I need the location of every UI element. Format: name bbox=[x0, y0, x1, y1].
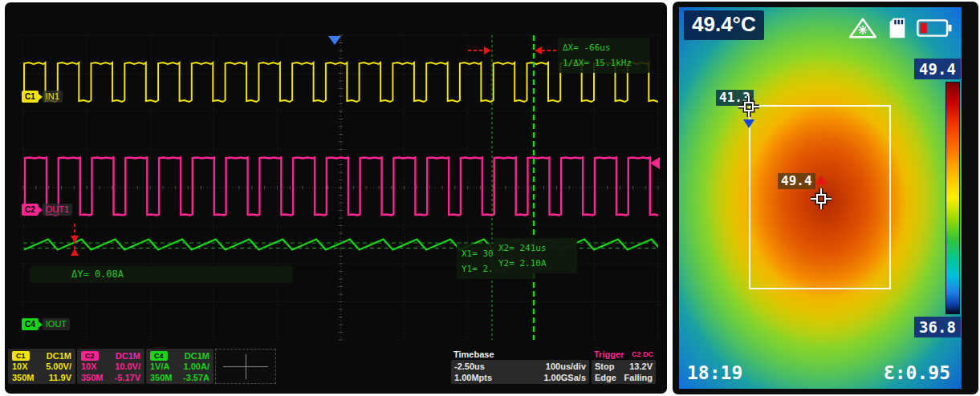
hot-spot-crosshair-icon[interactable] bbox=[809, 187, 833, 211]
timebase-rate: 1.00GSa/s bbox=[543, 373, 586, 382]
plus-icon bbox=[246, 354, 246, 379]
channel-status-c2[interactable]: C2 DC1M 10X 10.0V/ 350M -5.17V bbox=[77, 349, 144, 384]
oscilloscope-panel: ΔX= -66us 1/ΔX= 15.1kHz X1= 307us Y1= 2.… bbox=[5, 2, 667, 394]
clock-readout: 18:19 bbox=[687, 362, 742, 383]
c2-scale: 10.0V/ bbox=[115, 362, 140, 371]
sd-card-icon bbox=[887, 17, 908, 39]
x2-value: X2= 241us bbox=[498, 240, 572, 256]
dx-value: ΔX= -66us bbox=[563, 40, 645, 55]
inv-dx-value: 1/ΔX= 15.1kHz bbox=[563, 55, 645, 71]
laser-warning-icon bbox=[848, 17, 878, 39]
c4-status-badge: C4 bbox=[150, 351, 168, 361]
temperature-colorbar bbox=[945, 82, 960, 314]
waveforms bbox=[23, 63, 667, 250]
screenshot-stage: ΔX= -66us 1/ΔX= 15.1kHz X1= 307us Y1= 2.… bbox=[0, 0, 980, 396]
c1-coupling: DC1M bbox=[47, 351, 71, 361]
channel-label-c1[interactable]: C1 IN1 bbox=[22, 91, 63, 103]
battery-icon bbox=[917, 18, 952, 38]
spot-temperature-readout: 49.4°C bbox=[684, 10, 764, 40]
trigger-box[interactable]: Trigger C2 DC Stop 13.2V Edge Falling bbox=[592, 349, 656, 384]
trigger-slope: Falling bbox=[624, 373, 653, 382]
channel-label-c4[interactable]: C4 IOUT bbox=[22, 318, 70, 330]
cursor-position-box[interactable] bbox=[215, 349, 276, 384]
dy-value: ΔY= 0.08A bbox=[71, 269, 124, 280]
trigger-source: C2 DC bbox=[632, 350, 653, 358]
c1-offset: 11.9V bbox=[49, 373, 71, 382]
c2-coupling: DC1M bbox=[116, 351, 140, 361]
c4-offset: -3.57A bbox=[183, 373, 209, 382]
c1-probe: 10X bbox=[12, 362, 28, 371]
scope-status-bar: C1 DC1M 10X 5.00V/ 350M 11.9V C2 DC1M bbox=[5, 349, 667, 389]
timebase-scale: 100us/div bbox=[546, 362, 586, 371]
c1-status-badge: C1 bbox=[12, 351, 30, 361]
c1-scale: 5.00V/ bbox=[46, 362, 71, 371]
trigger-mode: Stop bbox=[595, 362, 614, 371]
trigger-level-icon[interactable] bbox=[650, 157, 660, 169]
status-icons bbox=[848, 17, 952, 39]
hot-marker-arrow-icon bbox=[815, 176, 827, 184]
channel-status-c4[interactable]: C4 DC1M 1V/A 1.00A/ 350M -3.57A bbox=[146, 349, 213, 384]
c2-offset: -5.17V bbox=[115, 373, 140, 382]
delta-x-readout: ΔX= -66us 1/ΔX= 15.1kHz bbox=[558, 38, 650, 73]
thermal-image: 49.4°C bbox=[679, 7, 962, 389]
timebase-points: 1.00Mpts bbox=[454, 373, 492, 382]
c4-alias: IOUT bbox=[43, 318, 70, 330]
scale-max-label: 49.4 bbox=[914, 59, 961, 79]
trigger-level: 13.2V bbox=[629, 362, 653, 371]
c2-alias: OUT1 bbox=[43, 204, 72, 216]
trigger-type: Edge bbox=[595, 373, 616, 382]
graticule bbox=[23, 35, 658, 340]
trigger-title: Trigger bbox=[594, 350, 624, 359]
cold-spot-crosshair-icon[interactable] bbox=[737, 95, 761, 119]
timebase-delay: -2.50us bbox=[454, 362, 485, 371]
c1-bandwidth: 350M bbox=[12, 373, 35, 382]
emissivity-readout: Ɛ:0.95 bbox=[884, 362, 950, 383]
scale-min-label: 36.8 bbox=[914, 317, 961, 337]
c4-scale: 1.00A/ bbox=[184, 362, 209, 371]
channel-label-c2[interactable]: C2 OUT1 bbox=[22, 204, 72, 216]
thermal-camera-panel: 49.4°C bbox=[673, 2, 978, 394]
c2-badge: C2 bbox=[22, 204, 39, 216]
x2-y2-readout: X2= 241us Y2= 2.10A bbox=[494, 238, 577, 273]
y2-value: Y2= 2.10A bbox=[498, 256, 572, 271]
cold-marker-arrow-icon bbox=[743, 119, 754, 128]
delta-y-readout: ΔY= 0.08A bbox=[30, 266, 293, 283]
c4-bandwidth: 350M bbox=[150, 373, 173, 382]
delta-x-arrows bbox=[468, 46, 558, 55]
timebase-title: Timebase bbox=[453, 350, 494, 359]
trigger-position-icon[interactable] bbox=[328, 36, 341, 45]
c4-probe: 1V/A bbox=[150, 362, 169, 371]
c1-alias: IN1 bbox=[43, 91, 63, 103]
timebase-box[interactable]: Timebase -2.50us 100us/div 1.00Mpts 1.00… bbox=[451, 349, 589, 384]
c1-badge: C1 bbox=[22, 91, 39, 103]
c2-bandwidth: 350M bbox=[81, 373, 104, 382]
c4-badge: C4 bbox=[22, 318, 39, 330]
c4-coupling: DC1M bbox=[185, 351, 209, 361]
c2-probe: 10X bbox=[81, 362, 97, 371]
channel-status-c1[interactable]: C1 DC1M 10X 5.00V/ 350M 11.9V bbox=[8, 349, 75, 384]
c2-status-badge: C2 bbox=[81, 351, 99, 361]
